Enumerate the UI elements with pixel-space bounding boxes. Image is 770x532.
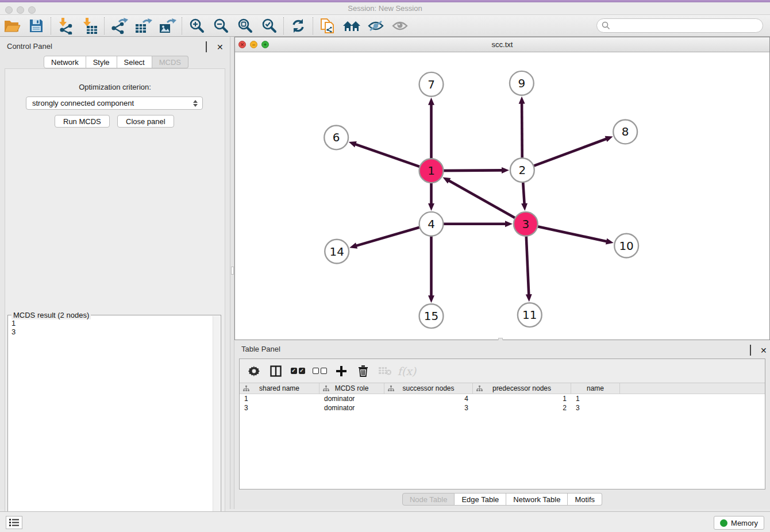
graph-node-10[interactable]: 10 bbox=[614, 234, 638, 258]
select-all-button[interactable]: ✓✓ bbox=[288, 361, 307, 381]
search-input[interactable] bbox=[596, 18, 763, 33]
import-network-button[interactable] bbox=[53, 16, 78, 36]
graph-node-7[interactable]: 7 bbox=[419, 72, 444, 97]
graph-node-9[interactable]: 9 bbox=[510, 71, 534, 95]
network-window-titlebar[interactable]: ✕ − + scc.txt bbox=[235, 37, 769, 52]
panel-splitter[interactable] bbox=[230, 37, 234, 509]
minimize-view-button[interactable]: − bbox=[250, 41, 257, 48]
column-header-predecessor-nodes[interactable]: predecessor nodes bbox=[473, 383, 571, 394]
graph-node-14[interactable]: 14 bbox=[325, 240, 349, 264]
export-table-button[interactable] bbox=[131, 16, 155, 36]
zoom-in-button[interactable] bbox=[184, 16, 209, 36]
cell[interactable]: 1 bbox=[473, 394, 571, 403]
show-columns-button[interactable] bbox=[266, 361, 286, 381]
close-view-button[interactable]: ✕ bbox=[238, 41, 246, 48]
table-row-1[interactable]: 1dominator411 bbox=[240, 394, 765, 403]
graph-node-3[interactable]: 3 bbox=[514, 212, 538, 236]
close-panel-button[interactable]: Close panel bbox=[117, 115, 174, 128]
cell[interactable]: dominator bbox=[319, 403, 384, 413]
graph-arrowhead-1-2 bbox=[502, 167, 509, 174]
tab-network-table[interactable]: Network Table bbox=[506, 493, 568, 506]
cell[interactable]: dominator bbox=[319, 394, 384, 403]
delete-column-button[interactable] bbox=[353, 361, 373, 381]
svg-text:1: 1 bbox=[428, 164, 435, 178]
zoom-out-button[interactable] bbox=[209, 16, 233, 36]
graph-node-15[interactable]: 15 bbox=[419, 304, 444, 328]
graph-node-2[interactable]: 2 bbox=[510, 158, 534, 182]
zoom-fit-button[interactable] bbox=[233, 16, 257, 36]
graph-node-8[interactable]: 8 bbox=[613, 120, 637, 144]
column-header-successor-nodes[interactable]: successor nodes bbox=[384, 383, 473, 394]
table-row-2[interactable]: 3dominator323 bbox=[240, 403, 765, 413]
column-tree-icon bbox=[243, 385, 249, 392]
graph-arrowhead-2-8 bbox=[605, 136, 613, 142]
maximize-view-button[interactable]: + bbox=[261, 41, 269, 48]
checked-boxes-icon: ✓✓ bbox=[291, 368, 305, 374]
network-canvas[interactable]: 7968124314101511 bbox=[235, 52, 769, 340]
add-column-button[interactable] bbox=[332, 361, 351, 381]
graph-node-6[interactable]: 6 bbox=[324, 125, 348, 149]
column-header-shared-name[interactable]: shared name bbox=[240, 383, 319, 394]
float-panel-icon[interactable] bbox=[206, 42, 213, 49]
open-session-button[interactable] bbox=[0, 16, 24, 36]
cell[interactable]: 4 bbox=[384, 394, 473, 403]
column-tree-icon bbox=[388, 385, 394, 392]
float-table-panel-icon[interactable] bbox=[750, 345, 757, 353]
show-panel-list-button[interactable] bbox=[6, 516, 22, 529]
tab-style[interactable]: Style bbox=[86, 56, 117, 68]
result-scrollbar[interactable] bbox=[213, 316, 220, 531]
graph-arrowhead-1-6 bbox=[349, 141, 357, 147]
show-graphics-button[interactable] bbox=[388, 16, 412, 36]
copy-style-button[interactable] bbox=[315, 16, 340, 36]
delete-table-button[interactable] bbox=[375, 361, 395, 381]
cell[interactable]: 2 bbox=[473, 403, 571, 413]
apply-layout-button[interactable] bbox=[286, 16, 310, 36]
mcds-panel-body: Optimization criterion: strongly connect… bbox=[5, 68, 225, 532]
criterion-dropdown[interactable]: strongly connected component bbox=[26, 97, 203, 110]
tab-network[interactable]: Network bbox=[44, 56, 86, 68]
graph-node-1[interactable]: 1 bbox=[419, 159, 444, 183]
run-mcds-button[interactable]: Run MCDS bbox=[55, 115, 110, 128]
graph-arrowhead-3-10 bbox=[606, 238, 614, 245]
cell[interactable]: 1 bbox=[571, 394, 620, 403]
graph-node-11[interactable]: 11 bbox=[518, 303, 542, 327]
graph-edge-2-8[interactable] bbox=[522, 138, 607, 170]
tab-mcds[interactable]: MCDS bbox=[152, 56, 188, 68]
graph-node-4[interactable]: 4 bbox=[419, 212, 444, 236]
deselect-all-button[interactable] bbox=[310, 361, 329, 381]
column-label: shared name bbox=[259, 384, 299, 392]
cell[interactable]: 1 bbox=[240, 394, 319, 403]
cell[interactable]: 3 bbox=[384, 403, 473, 413]
hide-graphics-button[interactable] bbox=[364, 16, 388, 36]
export-table-icon bbox=[134, 17, 152, 34]
column-header-name[interactable]: name bbox=[571, 383, 620, 394]
memory-button[interactable]: Memory bbox=[714, 516, 764, 530]
cell[interactable]: 3 bbox=[571, 403, 620, 413]
svg-text:11: 11 bbox=[522, 309, 537, 322]
close-table-panel-icon[interactable]: ✕ bbox=[760, 345, 768, 353]
tab-node-table[interactable]: Node Table bbox=[402, 493, 455, 506]
column-header-MCDS-role[interactable]: MCDS role bbox=[319, 383, 384, 394]
table-settings-button[interactable] bbox=[244, 361, 264, 381]
plus-icon bbox=[336, 365, 347, 377]
close-panel-icon[interactable]: ✕ bbox=[217, 42, 224, 49]
import-table-button[interactable] bbox=[78, 16, 102, 36]
tab-edge-table[interactable]: Edge Table bbox=[455, 493, 506, 506]
svg-text:10: 10 bbox=[619, 240, 633, 253]
zoom-window-button[interactable] bbox=[28, 6, 36, 14]
minimize-window-button[interactable] bbox=[17, 6, 24, 14]
splitter-knob[interactable] bbox=[231, 267, 234, 275]
home-view-button[interactable] bbox=[340, 16, 364, 36]
tab-select[interactable]: Select bbox=[117, 56, 152, 68]
save-session-button[interactable] bbox=[24, 16, 48, 36]
graph-edge-3-1[interactable] bbox=[448, 180, 526, 224]
zoom-selected-button[interactable] bbox=[257, 16, 281, 36]
export-image-button[interactable] bbox=[155, 16, 179, 36]
cell[interactable]: 3 bbox=[240, 403, 319, 413]
close-window-button[interactable] bbox=[5, 6, 13, 14]
tab-motifs[interactable]: Motifs bbox=[568, 493, 602, 506]
function-builder-button[interactable]: f(x) bbox=[397, 361, 417, 381]
export-network-button[interactable] bbox=[107, 16, 131, 36]
trash-icon bbox=[358, 365, 368, 377]
mcds-result-list[interactable]: 1 3 bbox=[8, 318, 213, 529]
